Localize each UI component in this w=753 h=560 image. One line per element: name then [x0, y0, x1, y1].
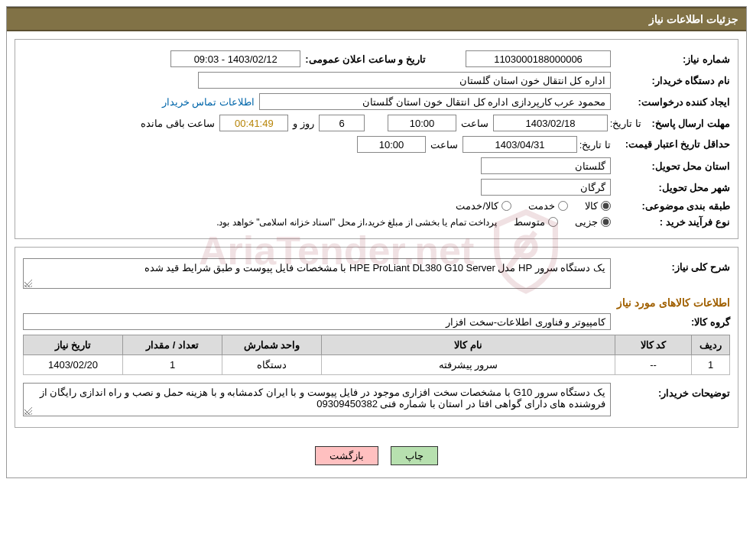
- resize-handle-icon[interactable]: [24, 279, 33, 288]
- city-field: گرگان: [481, 179, 611, 196]
- days-remaining-field: 6: [319, 115, 365, 131]
- cat-service-text: خدمت: [528, 200, 555, 212]
- th-name: نام کالا: [322, 335, 615, 355]
- requester-label: ایجاد کننده درخواست:: [615, 96, 730, 108]
- need-no-label: شماره نیاز:: [615, 53, 730, 65]
- desc-panel: شرح کلی نیاز: یک دستگاه سرور HP مدل HPE …: [15, 247, 738, 428]
- info-panel: شماره نیاز: 1103000188000006 تاریخ و ساع…: [15, 39, 738, 239]
- min-valid-time-field: 10:00: [357, 136, 426, 153]
- remaining-label: ساعت باقی مانده: [141, 118, 215, 129]
- th-date: تاریخ نیاز: [24, 335, 123, 355]
- buyer-contact-link[interactable]: اطلاعات تماس خریدار: [162, 96, 255, 108]
- until-date-label-2: تا تاریخ:: [582, 139, 611, 151]
- countdown-field: 00:41:49: [219, 115, 288, 131]
- td-code: --: [615, 355, 692, 375]
- province-label: استان محل تحویل:: [615, 160, 730, 172]
- days-and-label: روز و: [293, 118, 314, 129]
- td-unit: دستگاه: [222, 355, 322, 375]
- th-unit: واحد شمارش: [222, 335, 322, 355]
- page-title: جزئیات اطلاعات نیاز: [7, 7, 746, 31]
- group-field: کامپیوتر و فناوری اطلاعات-سخت افزار: [23, 313, 611, 330]
- table-row: 1 -- سرور پیشرفته دستگاه 1 1403/02/20: [24, 355, 730, 375]
- reply-deadline-label: مهلت ارسال پاسخ:: [646, 118, 730, 129]
- th-code: کد کالا: [615, 335, 692, 355]
- items-table: ردیف کد کالا نام کالا واحد شمارش تعداد /…: [23, 335, 730, 375]
- overall-desc-textarea[interactable]: یک دستگاه سرور HP مدل HPE ProLiant DL380…: [23, 258, 611, 289]
- cat-goods-service-radio[interactable]: کالا/خدمت: [456, 200, 511, 212]
- proc-medium-radio[interactable]: متوسط: [514, 216, 558, 228]
- back-button[interactable]: بازگشت: [315, 446, 378, 465]
- min-valid-label: حداقل تاریخ اعتبار قیمت:: [615, 138, 730, 151]
- buyer-label: نام دستگاه خریدار:: [615, 75, 730, 86]
- overall-desc-label: شرح کلی نیاز:: [615, 258, 730, 273]
- td-qty: 1: [123, 355, 222, 375]
- cat-goods-radio[interactable]: کالا: [585, 200, 611, 212]
- city-label: شهر محل تحویل:: [615, 182, 730, 193]
- group-label: گروه کالا:: [615, 316, 730, 328]
- td-date: 1403/02/20: [24, 355, 123, 375]
- cat-goods-service-text: کالا/خدمت: [456, 200, 498, 212]
- min-valid-date-field: 1403/04/31: [463, 136, 577, 153]
- buyer-notes-textarea[interactable]: یک دستگاه سرور G10 با مشخصات سخت افزاری …: [23, 383, 611, 416]
- button-bar: چاپ بازگشت: [7, 435, 746, 477]
- proc-partial-text: جزیی: [575, 216, 598, 228]
- reply-date-field: 1403/02/18: [493, 115, 608, 131]
- th-row: ردیف: [692, 335, 730, 355]
- td-name: سرور پیشرفته: [322, 355, 615, 375]
- province-field: گلستان: [481, 157, 611, 174]
- reply-time-field: 10:00: [388, 115, 456, 131]
- time-label-2: ساعت: [430, 139, 458, 151]
- proc-medium-text: متوسط: [514, 216, 545, 228]
- ann-date-field: 1403/02/12 - 09:03: [170, 50, 300, 67]
- print-button[interactable]: چاپ: [391, 446, 438, 465]
- proc-partial-radio[interactable]: جزیی: [575, 216, 611, 228]
- category-label: طبقه بندی موضوعی:: [615, 200, 730, 212]
- resize-handle-icon[interactable]: [24, 406, 33, 416]
- proc-note: پرداخت تمام یا بخشی از مبلغ خرید،از محل …: [216, 217, 497, 228]
- th-qty: تعداد / مقدار: [123, 335, 222, 355]
- td-row: 1: [692, 355, 730, 375]
- buyer-notes-label: توضیحات خریدار:: [615, 383, 730, 399]
- until-date-label-1: تا تاریخ:: [612, 118, 641, 129]
- ann-date-label: تاریخ و ساعت اعلان عمومی:: [305, 53, 426, 65]
- cat-goods-text: کالا: [585, 200, 598, 212]
- time-label-1: ساعت: [461, 118, 488, 129]
- buyer-field: اداره کل انتقال خون استان گلستان: [198, 72, 611, 89]
- overall-desc-text: یک دستگاه سرور HP مدل HPE ProLiant DL380…: [144, 262, 605, 274]
- need-no-field: 1103000188000006: [466, 50, 611, 67]
- buyer-notes-text: یک دستگاه سرور G10 با مشخصات سخت افزاری …: [40, 387, 606, 409]
- requester-field: محمود عرب کارپردازی اداره کل انتقال خون …: [259, 93, 611, 110]
- cat-service-radio[interactable]: خدمت: [528, 200, 568, 212]
- goods-info-heading: اطلاعات کالاهای مورد نیاز: [23, 296, 730, 309]
- proc-type-label: نوع فرآیند خرید :: [615, 216, 730, 228]
